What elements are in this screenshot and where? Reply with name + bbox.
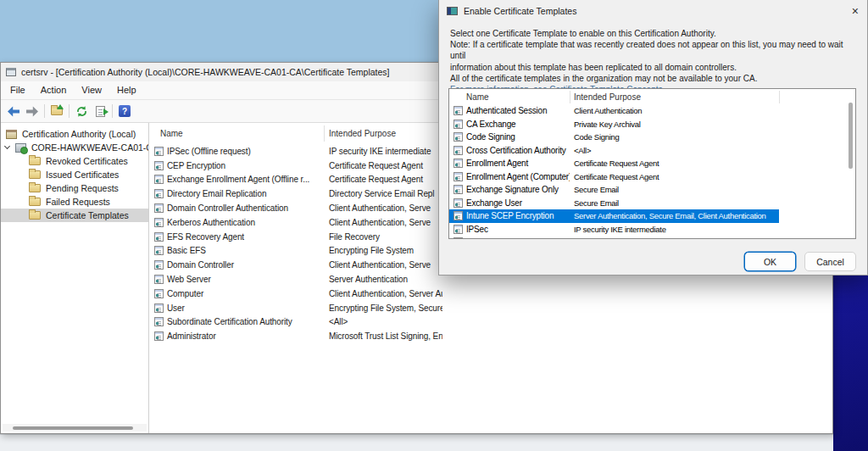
back-arrow-icon: [7, 106, 20, 117]
template-name: Subordinate Certification Authority: [167, 317, 292, 326]
template-name-cell: Directory Email Replication: [149, 189, 324, 198]
certificate-template-icon: [453, 132, 463, 142]
intended-purpose-cell: <All>: [324, 317, 442, 326]
tree-node-ca-server[interactable]: CORE-HAWKWEAVE-CA01-CA: [1, 141, 148, 154]
column-header-name[interactable]: Name: [160, 129, 183, 138]
intended-purpose-cell: IP security IKE intermediate: [324, 147, 442, 156]
folder-icon: [29, 170, 41, 179]
intended-purpose-cell: Secure Email: [570, 185, 779, 194]
list-item-selected[interactable]: Intune SCEP EncryptionServer Authenticat…: [449, 209, 779, 223]
certificate-template-icon: [453, 106, 463, 115]
table-row[interactable]: UserEncrypting File System, Secure Email…: [149, 301, 832, 315]
intended-purpose-cell: <All>: [570, 146, 779, 155]
intended-purpose-cell: Server Authentication, Secure Email, Cli…: [570, 211, 779, 220]
tree-node-revoked-certificates[interactable]: Revoked Certificates: [1, 154, 148, 168]
tree-node-issued-certificates[interactable]: Issued Certificates: [1, 168, 148, 181]
tree-node-pending-requests[interactable]: Pending Requests: [1, 181, 148, 195]
intended-purpose-cell: Microsoft Trust List Signing, Encrypting…: [324, 331, 442, 341]
list-item[interactable]: IPSecIP security IKE intermediate: [449, 223, 779, 237]
scrollbar-thumb[interactable]: [13, 426, 133, 430]
intended-purpose-cell: File Recovery: [324, 232, 442, 242]
ok-button[interactable]: OK: [744, 252, 796, 271]
menu-view[interactable]: View: [74, 81, 109, 99]
column-header-intended-purpose[interactable]: Intended Purpose: [329, 129, 396, 138]
template-name: Exchange Signature Only: [466, 185, 559, 194]
intended-purpose-cell: Certificate Request Agent: [324, 161, 442, 170]
certificate-template-icon: [453, 159, 463, 168]
template-name-cell: Key Recovery Agent: [449, 237, 570, 238]
forward-button[interactable]: [23, 102, 42, 120]
template-name: Code Signing: [466, 132, 515, 142]
tree-node-failed-requests[interactable]: Failed Requests: [1, 195, 148, 209]
intended-purpose-cell: Client Authentication, Server Authentic.…: [324, 289, 442, 298]
template-name-cell: IPSec: [449, 225, 570, 234]
template-name: Kerberos Authentication: [167, 218, 255, 227]
up-one-level-button[interactable]: [47, 102, 66, 120]
column-divider[interactable]: [779, 91, 780, 103]
close-icon[interactable]: ×: [852, 5, 859, 17]
list-item[interactable]: Cross Certification Authority<All>: [449, 144, 779, 158]
certificate-template-icon: [154, 175, 164, 184]
template-name: CEP Encryption: [167, 161, 225, 170]
menu-action[interactable]: Action: [33, 81, 75, 99]
template-name: Computer: [167, 289, 203, 298]
toolbar-separator: [44, 104, 45, 118]
list-item[interactable]: Key Recovery AgentKey Recovery Agent: [449, 236, 779, 238]
template-name: Key Recovery Agent: [466, 237, 540, 238]
table-row[interactable]: AdministratorMicrosoft Trust List Signin…: [149, 329, 832, 343]
list-item[interactable]: Exchange Signature OnlySecure Email: [449, 183, 779, 197]
template-name: Cross Certification Authority: [466, 146, 566, 155]
table-row[interactable]: Subordinate Certification Authority<All>: [149, 315, 832, 330]
template-name-cell: Cross Certification Authority: [449, 146, 570, 155]
console-tree-pane: Certification Authority (Local) CORE-HAW…: [1, 123, 149, 433]
instruction-line: information about this template has been…: [450, 62, 857, 73]
certification-authority-icon: [6, 130, 17, 139]
list-item[interactable]: Exchange UserSecure Email: [449, 197, 779, 210]
refresh-button[interactable]: [72, 102, 91, 120]
dialog-titlebar[interactable]: Enable Certificate Templates ×: [439, 0, 867, 22]
template-name: IPSec: [466, 225, 488, 234]
window-title: certsrv - [Certification Authority (Loca…: [21, 67, 390, 77]
desktop-background: certsrv - [Certification Authority (Loca…: [0, 0, 868, 451]
forward-arrow-icon: [25, 106, 39, 117]
help-button[interactable]: ?: [115, 102, 134, 120]
tree-node-label: Issued Certificates: [46, 170, 119, 180]
template-name: IPSec (Offline request): [167, 147, 251, 156]
intended-purpose-cell: IP security IKE intermediate: [570, 225, 779, 234]
certificate-template-icon: [154, 189, 164, 198]
list-item[interactable]: Code SigningCode Signing: [449, 131, 779, 144]
table-row[interactable]: ComputerClient Authentication, Server Au…: [149, 287, 832, 301]
intended-purpose-cell: Encrypting File System, Secure Email, Cl…: [324, 303, 442, 313]
list-item[interactable]: CA ExchangePrivate Key Archival: [449, 118, 779, 131]
column-header-intended-purpose[interactable]: Intended Purpose: [574, 92, 641, 102]
back-button[interactable]: [4, 102, 23, 120]
tree-node-label: Revoked Certificates: [46, 156, 128, 166]
column-divider[interactable]: [570, 91, 570, 103]
template-name: Enrollment Agent (Computer): [466, 172, 570, 181]
list-item[interactable]: Enrollment AgentCertificate Request Agen…: [449, 157, 779, 170]
column-header-name[interactable]: Name: [466, 92, 489, 102]
list-item[interactable]: Authenticated SessionClient Authenticati…: [449, 104, 779, 118]
menu-file[interactable]: File: [3, 81, 33, 99]
intended-purpose-cell: Server Authentication: [324, 275, 442, 284]
chevron-down-icon[interactable]: [4, 143, 10, 149]
tree-node-certificate-templates[interactable]: Certificate Templates: [1, 209, 148, 222]
dialog-instructions: Select one Certificate Template to enabl…: [450, 28, 857, 95]
toolbar-separator: [69, 104, 70, 118]
template-name: Domain Controller Authentication: [167, 203, 288, 213]
tree-horizontal-scrollbar[interactable]: [3, 424, 147, 432]
export-list-icon: [96, 106, 105, 117]
cancel-button[interactable]: Cancel: [804, 252, 856, 271]
mmc-app-icon: [6, 68, 16, 76]
tree-node-certification-authority[interactable]: Certification Authority (Local): [1, 127, 148, 141]
template-name-cell: Basic EFS: [149, 246, 324, 255]
list-item[interactable]: Enrollment Agent (Computer)Certificate R…: [449, 170, 779, 184]
template-name: User: [167, 303, 185, 313]
column-divider[interactable]: [324, 125, 325, 142]
menu-help[interactable]: Help: [109, 81, 144, 99]
tree-node-label: CORE-HAWKWEAVE-CA01-CA: [31, 142, 148, 153]
list-vertical-scrollbar[interactable]: [849, 103, 853, 169]
export-list-button[interactable]: [91, 102, 109, 120]
template-name-cell: User: [149, 303, 324, 313]
dialog-title: Enable Certificate Templates: [464, 6, 576, 16]
